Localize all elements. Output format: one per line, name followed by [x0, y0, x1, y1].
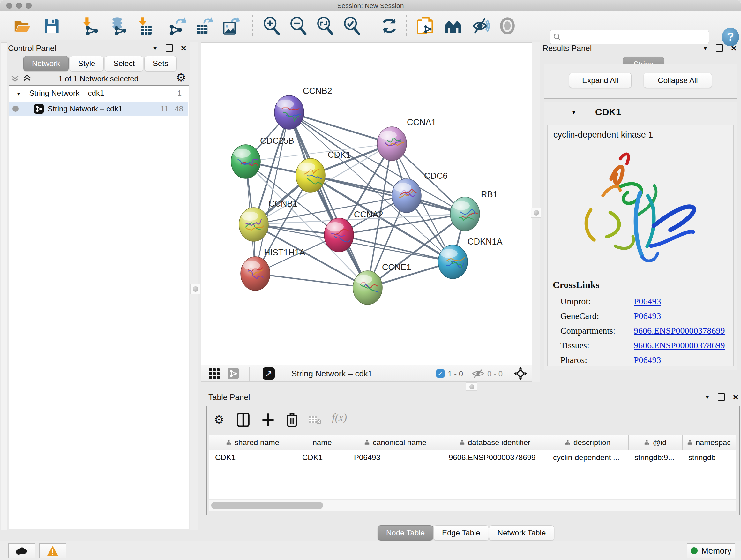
edge[interactable] — [339, 235, 453, 262]
network-share-icon[interactable] — [227, 368, 239, 379]
collapse-all-button[interactable]: Collapse All — [644, 73, 712, 88]
table-cell[interactable]: CDK1 — [296, 450, 348, 465]
control-panel-maximize-icon[interactable] — [165, 44, 173, 52]
table-panel-float-icon[interactable]: ▼ — [704, 394, 711, 401]
column-header-shared-name[interactable]: shared name — [209, 435, 296, 450]
network-canvas[interactable]: CCNB2CCNA1CDC25BCDK1CDC6RB1CCNB1CCNA2CDK… — [201, 43, 532, 365]
table-cell[interactable]: stringdb:9... — [629, 450, 683, 465]
crosslink-value-link[interactable]: P06493 — [634, 311, 661, 321]
edge[interactable] — [255, 273, 367, 288]
save-session-icon[interactable] — [43, 17, 61, 35]
table-splitter-handle[interactable] — [466, 382, 477, 391]
show-columns-icon[interactable] — [237, 413, 250, 427]
collapse-triangle-icon[interactable]: ▼ — [16, 91, 21, 97]
column-header-name[interactable]: name — [296, 435, 348, 450]
node-ccnb1[interactable] — [239, 207, 268, 241]
column-header-canonical-name[interactable]: canonical name — [348, 435, 443, 450]
column-header-description[interactable]: description — [547, 435, 629, 450]
birdseye-grid-icon[interactable] — [209, 368, 219, 379]
network-view[interactable]: CCNB2CCNA1CDC25BCDK1CDC6RB1CCNB1CCNA2CDK… — [201, 43, 532, 365]
table-settings-gear-icon[interactable]: ⚙ — [214, 414, 224, 426]
function-builder-icon[interactable]: f(x) — [332, 412, 347, 424]
export-network-icon[interactable] — [169, 17, 186, 35]
node-ccna1[interactable] — [377, 127, 407, 161]
crosslink-value-link[interactable]: 9606.ENSP00000378699 — [634, 340, 725, 351]
network-row-selected[interactable]: String Network – cdk1 11 48 — [9, 102, 188, 116]
fit-selected-crosshair-icon[interactable] — [514, 367, 528, 381]
export-table-icon[interactable] — [195, 17, 213, 35]
import-table-file-icon[interactable] — [135, 17, 153, 35]
open-in-window-icon[interactable]: ↗ — [263, 368, 275, 380]
node-ccne1[interactable] — [353, 271, 382, 305]
table-panel-maximize-icon[interactable] — [718, 393, 725, 401]
table-hscrollbar-thumb[interactable] — [211, 502, 323, 509]
node-cdkn1a[interactable] — [438, 245, 468, 279]
selected-nodes-checkbox[interactable]: ✓ — [436, 369, 445, 378]
clone-network-icon[interactable] — [417, 17, 434, 35]
memory-button[interactable]: Memory — [687, 543, 735, 558]
tab-network-table[interactable]: Network Table — [489, 525, 555, 541]
import-network-database-icon[interactable] — [109, 17, 127, 35]
results-panel-float-icon[interactable]: ▼ — [702, 45, 709, 52]
node-rb1[interactable] — [450, 197, 480, 231]
tab-sets[interactable]: Sets — [144, 56, 177, 71]
cloud-button[interactable] — [8, 543, 36, 558]
control-panel-close-icon[interactable]: × — [181, 45, 186, 51]
hidden-eye-slash-icon — [471, 369, 485, 378]
export-image-icon[interactable] — [222, 17, 240, 35]
results-panel-maximize-icon[interactable] — [716, 44, 723, 52]
node-ccnb2[interactable] — [274, 96, 304, 129]
network-collection-row[interactable]: ▼ String Network – cdk1 1 — [9, 89, 189, 102]
tab-select[interactable]: Select — [105, 56, 143, 71]
refresh-icon[interactable] — [381, 17, 398, 35]
search-input[interactable] — [561, 33, 709, 42]
zoom-selected-icon[interactable] — [343, 17, 360, 35]
column-header--id[interactable]: @id — [629, 435, 683, 450]
table-row[interactable]: CDK1CDK1P064939606.ENSP00000378699cyclin… — [209, 450, 736, 465]
node-cdk1[interactable] — [296, 159, 325, 192]
zoom-fit-icon[interactable] — [316, 17, 334, 35]
import-network-file-icon[interactable] — [80, 17, 98, 35]
tab-style[interactable]: Style — [70, 56, 104, 71]
node-label: HIST1H1A — [264, 248, 305, 257]
table-cell[interactable]: P06493 — [348, 450, 443, 465]
warnings-button[interactable] — [39, 543, 66, 558]
gene-collapse-triangle-icon[interactable]: ▼ — [571, 109, 577, 116]
crosslink-value-link[interactable]: P06493 — [634, 296, 661, 307]
open-session-icon[interactable] — [13, 17, 31, 35]
edge[interactable] — [311, 175, 465, 214]
node-hist1h1a[interactable] — [241, 257, 270, 291]
tab-node-table[interactable]: Node Table — [378, 525, 433, 541]
crosslink-value-link[interactable]: P06493 — [634, 355, 661, 365]
table-panel-close-icon[interactable]: × — [733, 394, 738, 400]
node-cdc6[interactable] — [392, 179, 421, 212]
delete-table-icon[interactable] — [308, 415, 322, 425]
node-ccna2[interactable] — [324, 218, 354, 252]
table-cell[interactable]: 9606.ENSP00000378699 — [443, 450, 547, 465]
edge[interactable] — [289, 112, 392, 144]
left-splitter-handle[interactable] — [190, 284, 200, 294]
table-hscrollbar[interactable] — [209, 500, 736, 511]
zoom-out-icon[interactable] — [289, 17, 307, 35]
first-neighbors-icon[interactable] — [444, 17, 462, 35]
table-cell[interactable]: cyclin-dependent ... — [547, 450, 629, 465]
column-header-database-identifier[interactable]: database identifier — [443, 435, 547, 450]
table-cell[interactable]: CDK1 — [209, 450, 296, 465]
toggle-views-icon[interactable] — [498, 17, 516, 35]
column-header-namespac[interactable]: namespac — [683, 435, 736, 450]
add-column-icon[interactable] — [262, 413, 274, 427]
node-cdc25b[interactable] — [231, 145, 260, 179]
network-node-count: 11 — [160, 105, 169, 113]
show-hide-icon[interactable] — [472, 17, 489, 35]
results-panel-close-icon[interactable]: × — [731, 45, 737, 51]
network-options-gear-icon[interactable]: ⚙ — [176, 72, 186, 83]
crosslink-value-link[interactable]: 9606.ENSP00000378699 — [634, 326, 725, 336]
delete-column-icon[interactable] — [286, 412, 298, 427]
tab-network[interactable]: Network — [23, 56, 69, 71]
control-panel-float-icon[interactable]: ▼ — [152, 45, 158, 52]
expand-all-button[interactable]: Expand All — [569, 73, 631, 88]
tab-edge-table[interactable]: Edge Table — [433, 525, 489, 541]
zoom-in-icon[interactable] — [262, 17, 280, 35]
table-cell[interactable]: stringdb — [683, 450, 736, 465]
edge[interactable] — [289, 112, 367, 288]
